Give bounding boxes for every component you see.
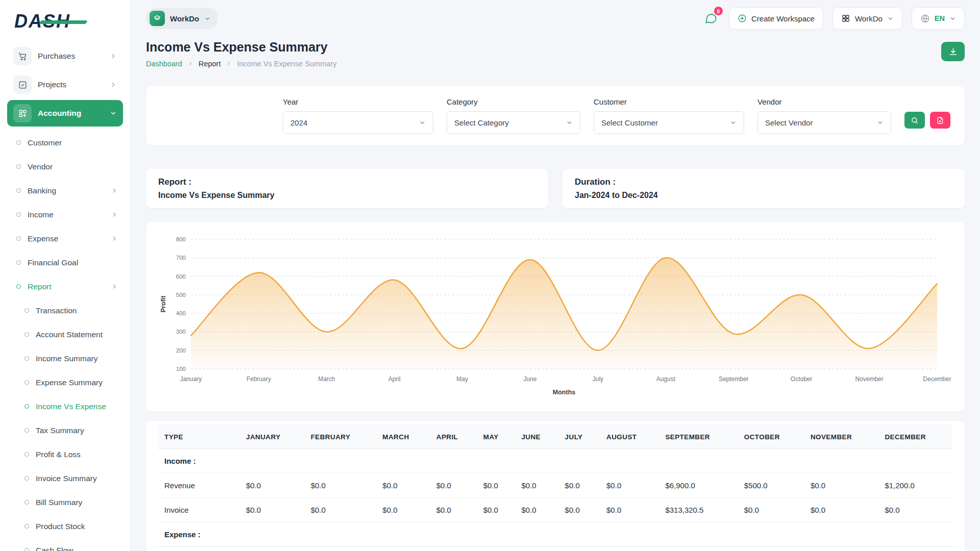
value-cell: $0.0 (477, 498, 516, 522)
sidebar-item-label: Expense (28, 234, 105, 243)
svg-text:Months: Months (553, 389, 575, 396)
value-cell: $0.0 (600, 473, 659, 498)
download-button[interactable] (941, 42, 965, 61)
column-header-july: JULY (559, 425, 600, 449)
sidebar-item-cash-flow[interactable]: Cash Flow (10, 538, 123, 551)
value-cell: $0.0 (240, 498, 305, 522)
breadcrumb-report[interactable]: Report (199, 60, 221, 68)
chevron-right-icon (111, 283, 118, 290)
svg-text:July: July (593, 375, 603, 383)
sidebar-item-purchases[interactable]: Purchases (7, 43, 123, 69)
logo-swoosh-icon (39, 20, 88, 24)
reset-button[interactable] (930, 112, 950, 129)
workspace-name: WorkDo (170, 14, 199, 23)
circle-icon (16, 140, 21, 145)
table-section-row: Expense : (158, 522, 952, 547)
sidebar-item-income[interactable]: Income (10, 203, 123, 227)
svg-text:100: 100 (176, 366, 186, 372)
value-cell: $0.0 (240, 473, 305, 498)
column-header-type: TYPE (158, 425, 240, 449)
category-select[interactable]: Select Category (447, 111, 580, 134)
column-header-april: APRIL (430, 425, 477, 449)
report-submenu: TransactionAccount StatementIncome Summa… (10, 298, 123, 551)
sidebar-item-expense[interactable]: Expense (10, 227, 123, 251)
sidebar-item-income-vs-expense[interactable]: Income Vs Expense (10, 394, 123, 418)
sidebar-item-projects[interactable]: Projects (7, 71, 123, 98)
svg-text:May: May (456, 375, 468, 383)
column-header-november: NOVEMBER (804, 425, 879, 449)
sidebar-item-report[interactable]: Report (10, 274, 123, 298)
sidebar-item-label: Report (28, 282, 105, 291)
value-cell: $0.0 (559, 498, 600, 522)
value-cell: $0.0 (376, 473, 430, 498)
sidebar-item-profit-loss[interactable]: Profit & Loss (10, 442, 123, 466)
sidebar-item-label: Projects (38, 80, 104, 89)
value-cell: $0.0 (376, 498, 430, 522)
svg-text:November: November (855, 375, 883, 383)
category-select-value: Select Category (454, 118, 509, 127)
sidebar-item-invoice-summary[interactable]: Invoice Summary (10, 466, 123, 490)
workdo-menu-button[interactable]: WorkDo (832, 7, 902, 30)
year-select[interactable]: 2024 (283, 111, 433, 134)
sidebar-item-customer[interactable]: Customer (10, 131, 123, 155)
svg-text:October: October (791, 375, 813, 383)
svg-text:300: 300 (176, 329, 186, 335)
report-summary-value: Income Vs Expense Summary (158, 191, 536, 200)
sidebar-item-accounting[interactable]: Accounting (7, 100, 123, 127)
messages-count-badge: 0 (714, 7, 723, 15)
sidebar-item-tax-summary[interactable]: Tax Summary (10, 418, 123, 442)
sidebar-item-label: Account Statement (36, 330, 118, 339)
chevron-down-icon (204, 15, 211, 22)
customer-select[interactable]: Select Customer (594, 111, 744, 134)
sidebar-item-vendor[interactable]: Vendor (10, 155, 123, 179)
value-cell: $313,320.5 (659, 498, 738, 522)
breadcrumb-dashboard[interactable]: Dashboard (146, 60, 182, 68)
svg-text:500: 500 (176, 292, 186, 298)
value-cell: $0.0 (738, 498, 804, 522)
value-cell: $1,200.0 (878, 473, 952, 498)
svg-text:September: September (719, 375, 749, 383)
circle-icon (24, 308, 29, 313)
category-label: Category (447, 97, 580, 106)
svg-text:600: 600 (176, 273, 186, 280)
cart-icon (13, 47, 32, 65)
sidebar-item-label: Income Vs Expense (36, 402, 118, 411)
accounting-submenu: CustomerVendorBankingIncomeExpenseFinanc… (7, 129, 123, 551)
sidebar-item-label: Customer (28, 138, 118, 147)
value-cell: $0.0 (305, 473, 377, 498)
search-icon (911, 116, 919, 124)
section-label: Expense : (158, 522, 952, 547)
value-cell: $0.0 (559, 473, 600, 498)
language-selector[interactable]: EN (912, 7, 965, 30)
workspace-switcher[interactable]: WorkDo (146, 8, 218, 29)
vendor-select[interactable]: Select Vendor (757, 111, 891, 134)
table-body: Income :Revenue$0.0$0.0$0.0$0.0$0.0$0.0$… (158, 449, 952, 547)
sidebar-nav: Purchases Projects Accounting (7, 43, 123, 551)
circle-icon (16, 260, 21, 265)
svg-text:January: January (180, 375, 202, 383)
sidebar-item-income-summary[interactable]: Income Summary (10, 346, 123, 370)
sidebar-item-financial-goal[interactable]: Financial Goal (10, 251, 123, 274)
chevron-down-icon (110, 110, 117, 117)
app-logo[interactable]: DASH (7, 0, 123, 43)
sidebar-item-product-stock[interactable]: Product Stock (10, 514, 123, 538)
sidebar-item-expense-summary[interactable]: Expense Summary (10, 370, 123, 394)
svg-text:March: March (318, 375, 335, 383)
value-cell: $500.0 (738, 473, 804, 498)
sidebar-item-account-statement[interactable]: Account Statement (10, 322, 123, 346)
section-label: Income : (158, 449, 952, 473)
column-header-february: FEBRUARY (305, 425, 377, 449)
sidebar-item-banking[interactable]: Banking (10, 179, 123, 203)
messages-button[interactable]: 0 (702, 10, 720, 27)
sidebar-item-label: Transaction (36, 306, 118, 315)
create-workspace-button[interactable]: Create Workspace (729, 7, 823, 30)
globe-icon (920, 14, 930, 23)
sidebar-item-label: Purchases (38, 52, 104, 61)
svg-text:June: June (524, 375, 537, 383)
sidebar-item-label: Cash Flow (36, 546, 118, 551)
sidebar-item-transaction[interactable]: Transaction (10, 298, 123, 322)
sidebar-item-bill-summary[interactable]: Bill Summary (10, 490, 123, 514)
column-header-september: SEPTEMBER (659, 425, 738, 449)
download-icon (948, 47, 958, 57)
search-button[interactable] (904, 112, 925, 129)
